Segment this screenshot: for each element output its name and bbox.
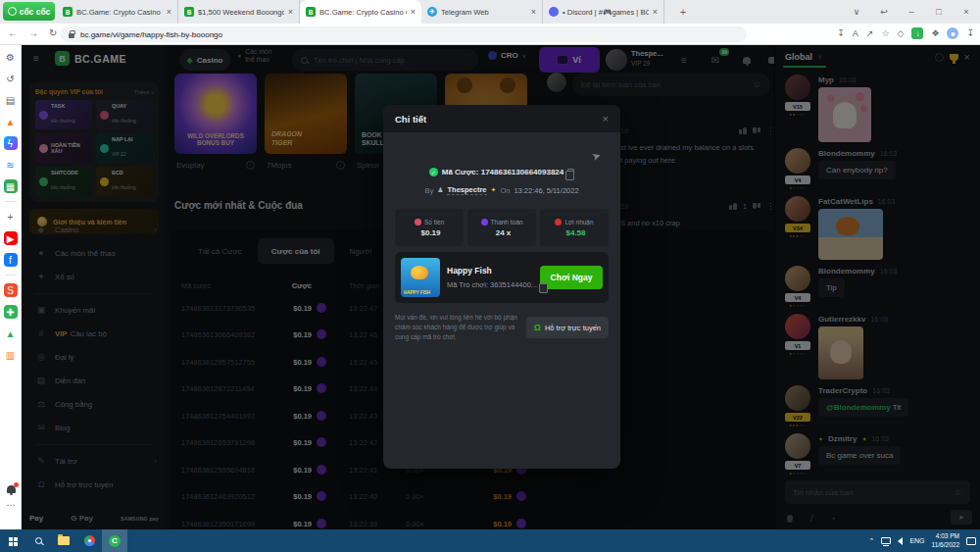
- modal-title: Chi tiết: [395, 114, 426, 125]
- tab-title: BC.Game: Crypto Casino Gan: [76, 8, 163, 17]
- tab-title: BC.Game: Crypto Casino Gan: [319, 8, 407, 17]
- profile-avatar[interactable]: ☻: [947, 27, 958, 39]
- side-rail-icon[interactable]: ▦: [4, 179, 18, 193]
- start-button[interactable]: [0, 529, 25, 552]
- share-icon[interactable]: ➤: [590, 149, 603, 164]
- new-tab-button[interactable]: +: [672, 0, 694, 24]
- translate-icon[interactable]: A: [853, 28, 858, 38]
- stat-label: Lợi nhuận: [564, 219, 593, 226]
- tab-close-icon[interactable]: ×: [288, 7, 293, 17]
- side-rail-icon[interactable]: [5, 201, 17, 202]
- bet-datetime: 13:22:46, 5/11/2022: [514, 186, 578, 195]
- file-explorer-icon[interactable]: [51, 529, 76, 552]
- tray-chevron-icon[interactable]: ⌃: [869, 537, 875, 545]
- stat-value: $0.19: [420, 228, 440, 237]
- side-rail-icon[interactable]: ✚: [4, 305, 18, 319]
- player-name[interactable]: Thespectre: [447, 185, 486, 195]
- url-bar[interactable]: bc.game/vi/game/happy-fish-by-booongo: [61, 26, 747, 42]
- side-rail-icon[interactable]: ϟ: [4, 136, 18, 150]
- tab-close-icon[interactable]: ×: [411, 7, 416, 17]
- copy-icon[interactable]: [567, 169, 574, 176]
- pin-sidebar-icon[interactable]: ↩: [870, 7, 898, 17]
- tab-close-icon[interactable]: ×: [653, 7, 658, 17]
- browser-tab[interactable]: ✈ Telegram Web ×: [421, 0, 543, 24]
- game-title: Happy Fish: [447, 266, 533, 276]
- side-rail-icon[interactable]: ▲: [4, 115, 18, 128]
- notifications-bell-icon[interactable]: [7, 485, 16, 493]
- tab-title: $1,500 Weekend Booongo M: [198, 8, 284, 17]
- tab-favicon: [549, 7, 559, 17]
- downloader-icon[interactable]: ↓: [911, 27, 923, 39]
- tab-favicon: B: [184, 7, 194, 17]
- play-now-button[interactable]: Chơi Ngay: [540, 266, 603, 289]
- side-rail-icon[interactable]: ⚙: [4, 50, 18, 64]
- extensions-icon[interactable]: ❖: [931, 28, 939, 38]
- coccoc-logo[interactable]: cốc cốc: [3, 2, 55, 21]
- game-id: Mã Trò chơi: 3635144400...: [447, 280, 537, 289]
- tab-favicon: B: [63, 7, 73, 17]
- person-icon: ♟: [437, 186, 443, 194]
- window-controls: ∨ ↩ – □ ×: [843, 0, 980, 24]
- shield-icon[interactable]: ◇: [897, 28, 904, 38]
- browser-tab[interactable]: B $1,500 Weekend Booongo M ×: [178, 0, 300, 24]
- side-rail-icon[interactable]: [5, 275, 17, 276]
- downloads-icon[interactable]: ↧: [966, 28, 974, 38]
- network-icon[interactable]: [881, 537, 891, 544]
- save-page-icon[interactable]: ↧: [837, 28, 845, 38]
- game-card: HAPPY FISH Happy Fish Mã Trò chơi: 36351…: [395, 252, 609, 303]
- stat-icon: [481, 219, 488, 226]
- coccoc-icon: [8, 7, 17, 16]
- share-icon[interactable]: ↗: [866, 28, 874, 38]
- side-rail-icon[interactable]: ▤: [4, 93, 18, 107]
- side-rail-icon[interactable]: ▲: [4, 326, 18, 340]
- tab-close-icon[interactable]: ×: [531, 7, 536, 17]
- modal-close-icon[interactable]: ×: [603, 113, 609, 125]
- url-text: bc.game/vi/game/happy-fish-by-booongo: [80, 30, 222, 39]
- bookmark-star-icon[interactable]: ☆: [881, 28, 889, 38]
- stat-card: Lợi nhuận $4.58: [540, 209, 609, 246]
- stat-card: Số tiền $0.19: [395, 209, 464, 246]
- tab-close-icon[interactable]: ×: [167, 7, 172, 17]
- browser-tab[interactable]: • Discord | #🎮games | BC G ×: [543, 0, 664, 24]
- side-rail-icon[interactable]: ▥: [4, 348, 18, 362]
- stat-card: Thanh toán 24 x: [467, 209, 536, 246]
- coccoc-taskbar-icon[interactable]: C: [102, 529, 127, 552]
- bcgame-page: ≡ B BC.GAME Đặc quyền VIP của tôi Thêm ›…: [22, 45, 980, 529]
- browser-side-rail: ⚙ ↺ ▤ ▲ ϟ ≋ ▦ + ▶ f: [0, 45, 22, 529]
- tab-title: • Discord | #🎮games | BC G: [563, 8, 649, 17]
- tab-title: Telegram Web: [441, 8, 527, 17]
- back-button[interactable]: ←: [8, 27, 18, 38]
- stat-label: Số tiền: [424, 219, 444, 226]
- more-icon[interactable]: ⋯: [7, 500, 16, 510]
- game-thumbnail[interactable]: HAPPY FISH: [401, 258, 440, 297]
- minimize-button[interactable]: –: [898, 7, 925, 17]
- side-rail-icon[interactable]: f: [4, 253, 18, 267]
- tab-search-icon[interactable]: ∨: [843, 7, 870, 17]
- live-support-button[interactable]: Ω Hỗ trợ trực tuyến: [526, 317, 609, 338]
- taskbar-search-icon[interactable]: [25, 529, 51, 552]
- browser-tab[interactable]: B BC.Game: Crypto Casino Gan ×: [300, 0, 421, 24]
- stat-value: $4.58: [565, 228, 585, 237]
- close-button[interactable]: ×: [953, 7, 980, 17]
- chrome-icon[interactable]: [76, 529, 102, 552]
- language-indicator[interactable]: ENG: [909, 537, 924, 544]
- stat-icon: [555, 219, 562, 226]
- copy-icon[interactable]: [541, 281, 543, 289]
- reload-button[interactable]: ↻: [49, 27, 57, 38]
- side-rail-icon[interactable]: ▶: [4, 231, 18, 245]
- volume-icon[interactable]: [898, 537, 903, 545]
- taskbar-clock[interactable]: 4:03 PM 11/6/2022: [932, 532, 959, 549]
- windows-taskbar: C ⌃ ENG 4:03 PM 11/6/2022: [0, 529, 980, 552]
- side-rail-icon[interactable]: S: [4, 283, 18, 297]
- side-rail-icon[interactable]: ≋: [4, 158, 18, 172]
- browser-tab[interactable]: B BC.Game: Crypto Casino Gan ×: [57, 0, 178, 24]
- side-rail-icon[interactable]: ↺: [4, 72, 18, 85]
- maximize-button[interactable]: □: [925, 7, 953, 17]
- stat-label: Thanh toán: [491, 219, 523, 226]
- forward-button[interactable]: →: [28, 27, 38, 38]
- side-rail-icon[interactable]: +: [4, 210, 18, 224]
- action-center-icon[interactable]: [966, 537, 976, 545]
- support-note: Mọi vấn đề, xin vui lòng liên hệ với bộ …: [395, 313, 530, 342]
- bet-details-modal: Chi tiết × ➤ ✓ Mã Cược: 1748636130664093…: [383, 105, 620, 469]
- side-rail-bottom: ⋯: [0, 485, 22, 510]
